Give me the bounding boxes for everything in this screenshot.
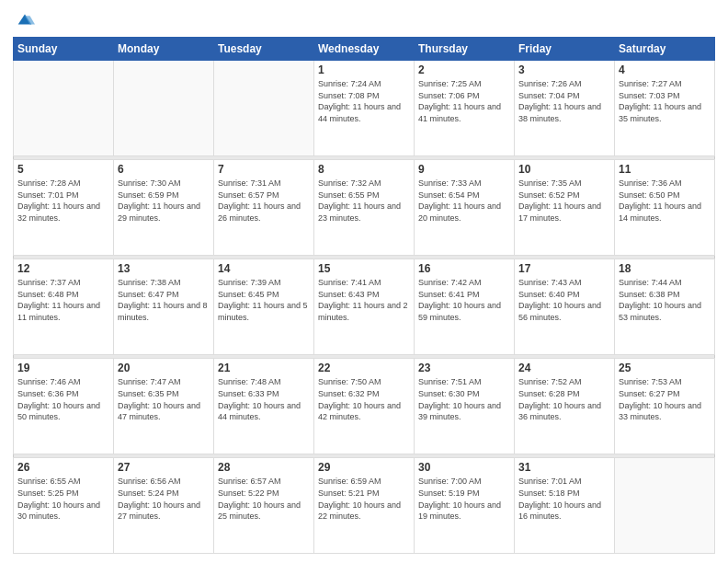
- week-row-3: 12Sunrise: 7:37 AM Sunset: 6:48 PM Dayli…: [14, 259, 715, 355]
- week-row-4: 19Sunrise: 7:46 AM Sunset: 6:36 PM Dayli…: [14, 359, 715, 454]
- day-number: 15: [318, 262, 410, 275]
- day-info: Sunrise: 7:53 AM Sunset: 6:27 PM Dayligh…: [619, 376, 711, 422]
- day-number: 22: [318, 362, 410, 374]
- day-cell: 2Sunrise: 7:25 AM Sunset: 7:06 PM Daylig…: [415, 61, 515, 156]
- day-number: 27: [118, 461, 210, 474]
- day-number: 25: [619, 362, 711, 374]
- week-row-2: 5Sunrise: 7:28 AM Sunset: 7:01 PM Daylig…: [14, 160, 715, 256]
- day-number: 31: [518, 461, 610, 474]
- day-number: 4: [619, 63, 711, 76]
- day-number: 9: [418, 163, 510, 176]
- day-number: 3: [518, 63, 610, 76]
- day-info: Sunrise: 7:36 AM Sunset: 6:50 PM Dayligh…: [619, 178, 711, 224]
- day-cell: 21Sunrise: 7:48 AM Sunset: 6:33 PM Dayli…: [214, 359, 314, 454]
- day-info: Sunrise: 7:00 AM Sunset: 5:19 PM Dayligh…: [418, 476, 510, 522]
- day-info: Sunrise: 7:43 AM Sunset: 6:40 PM Dayligh…: [518, 277, 610, 323]
- day-info: Sunrise: 7:24 AM Sunset: 7:08 PM Dayligh…: [318, 78, 410, 124]
- day-info: Sunrise: 7:32 AM Sunset: 6:55 PM Dayligh…: [318, 178, 410, 224]
- day-number: 30: [418, 461, 510, 474]
- day-cell: [214, 61, 314, 156]
- day-cell: 11Sunrise: 7:36 AM Sunset: 6:50 PM Dayli…: [615, 160, 715, 256]
- day-cell: 4Sunrise: 7:27 AM Sunset: 7:03 PM Daylig…: [615, 61, 715, 156]
- day-header-monday: Monday: [114, 38, 214, 61]
- day-number: 24: [518, 362, 610, 374]
- day-number: 28: [218, 461, 310, 474]
- day-cell: 5Sunrise: 7:28 AM Sunset: 7:01 PM Daylig…: [14, 160, 114, 256]
- day-cell: 14Sunrise: 7:39 AM Sunset: 6:45 PM Dayli…: [214, 259, 314, 355]
- logo: [13, 9, 35, 29]
- day-cell: 27Sunrise: 6:56 AM Sunset: 5:24 PM Dayli…: [114, 458, 214, 554]
- day-cell: 23Sunrise: 7:51 AM Sunset: 6:30 PM Dayli…: [415, 359, 515, 454]
- day-header-sunday: Sunday: [14, 38, 114, 61]
- day-info: Sunrise: 7:52 AM Sunset: 6:28 PM Dayligh…: [518, 376, 610, 422]
- day-info: Sunrise: 7:51 AM Sunset: 6:30 PM Dayligh…: [418, 376, 510, 422]
- logo-icon: [15, 9, 35, 29]
- day-header-friday: Friday: [515, 38, 615, 61]
- day-cell: 24Sunrise: 7:52 AM Sunset: 6:28 PM Dayli…: [515, 359, 615, 454]
- day-info: Sunrise: 7:01 AM Sunset: 5:18 PM Dayligh…: [518, 476, 610, 522]
- day-number: 6: [118, 163, 210, 176]
- day-cell: 30Sunrise: 7:00 AM Sunset: 5:19 PM Dayli…: [415, 458, 515, 554]
- day-info: Sunrise: 7:35 AM Sunset: 6:52 PM Dayligh…: [518, 178, 610, 224]
- day-info: Sunrise: 7:42 AM Sunset: 6:41 PM Dayligh…: [418, 277, 510, 323]
- day-cell: 28Sunrise: 6:57 AM Sunset: 5:22 PM Dayli…: [214, 458, 314, 554]
- day-info: Sunrise: 7:25 AM Sunset: 7:06 PM Dayligh…: [418, 78, 510, 124]
- day-info: Sunrise: 6:57 AM Sunset: 5:22 PM Dayligh…: [218, 476, 310, 522]
- day-cell: 1Sunrise: 7:24 AM Sunset: 7:08 PM Daylig…: [314, 61, 415, 156]
- day-cell: 6Sunrise: 7:30 AM Sunset: 6:59 PM Daylig…: [114, 160, 214, 256]
- day-header-wednesday: Wednesday: [314, 38, 415, 61]
- day-cell: 8Sunrise: 7:32 AM Sunset: 6:55 PM Daylig…: [314, 160, 415, 256]
- day-number: 13: [118, 262, 210, 275]
- day-number: 23: [418, 362, 510, 374]
- day-header-thursday: Thursday: [415, 38, 515, 61]
- day-header-saturday: Saturday: [615, 38, 715, 61]
- days-header-row: SundayMondayTuesdayWednesdayThursdayFrid…: [14, 38, 715, 61]
- day-cell: [14, 61, 114, 156]
- page: SundayMondayTuesdayWednesdayThursdayFrid…: [0, 0, 728, 563]
- day-cell: 29Sunrise: 6:59 AM Sunset: 5:21 PM Dayli…: [314, 458, 415, 554]
- day-cell: 31Sunrise: 7:01 AM Sunset: 5:18 PM Dayli…: [515, 458, 615, 554]
- day-info: Sunrise: 6:59 AM Sunset: 5:21 PM Dayligh…: [318, 476, 410, 522]
- day-info: Sunrise: 7:38 AM Sunset: 6:47 PM Dayligh…: [118, 277, 210, 323]
- day-info: Sunrise: 7:33 AM Sunset: 6:54 PM Dayligh…: [418, 178, 510, 224]
- day-info: Sunrise: 7:37 AM Sunset: 6:48 PM Dayligh…: [17, 277, 109, 323]
- day-cell: 12Sunrise: 7:37 AM Sunset: 6:48 PM Dayli…: [14, 259, 114, 355]
- day-number: 11: [619, 163, 711, 176]
- day-number: 16: [418, 262, 510, 275]
- day-number: 17: [518, 262, 610, 275]
- day-number: 29: [318, 461, 410, 474]
- day-info: Sunrise: 7:41 AM Sunset: 6:43 PM Dayligh…: [318, 277, 410, 323]
- day-header-tuesday: Tuesday: [214, 38, 314, 61]
- day-number: 18: [619, 262, 711, 275]
- day-number: 20: [118, 362, 210, 374]
- week-row-1: 1Sunrise: 7:24 AM Sunset: 7:08 PM Daylig…: [14, 61, 715, 156]
- day-info: Sunrise: 7:47 AM Sunset: 6:35 PM Dayligh…: [118, 376, 210, 422]
- day-cell: 20Sunrise: 7:47 AM Sunset: 6:35 PM Dayli…: [114, 359, 214, 454]
- day-info: Sunrise: 7:48 AM Sunset: 6:33 PM Dayligh…: [218, 376, 310, 422]
- day-number: 12: [17, 262, 109, 275]
- day-cell: 22Sunrise: 7:50 AM Sunset: 6:32 PM Dayli…: [314, 359, 415, 454]
- day-info: Sunrise: 6:55 AM Sunset: 5:25 PM Dayligh…: [17, 476, 109, 522]
- week-row-5: 26Sunrise: 6:55 AM Sunset: 5:25 PM Dayli…: [14, 458, 715, 554]
- day-cell: 17Sunrise: 7:43 AM Sunset: 6:40 PM Dayli…: [515, 259, 615, 355]
- day-cell: 25Sunrise: 7:53 AM Sunset: 6:27 PM Dayli…: [615, 359, 715, 454]
- day-info: Sunrise: 7:28 AM Sunset: 7:01 PM Dayligh…: [17, 178, 109, 224]
- day-info: Sunrise: 7:44 AM Sunset: 6:38 PM Dayligh…: [619, 277, 711, 323]
- day-cell: 9Sunrise: 7:33 AM Sunset: 6:54 PM Daylig…: [415, 160, 515, 256]
- day-cell: 19Sunrise: 7:46 AM Sunset: 6:36 PM Dayli…: [14, 359, 114, 454]
- day-info: Sunrise: 7:26 AM Sunset: 7:04 PM Dayligh…: [518, 78, 610, 124]
- day-info: Sunrise: 7:50 AM Sunset: 6:32 PM Dayligh…: [318, 376, 410, 422]
- day-cell: 7Sunrise: 7:31 AM Sunset: 6:57 PM Daylig…: [214, 160, 314, 256]
- day-number: 19: [17, 362, 109, 374]
- day-number: 1: [318, 63, 410, 76]
- day-cell: 15Sunrise: 7:41 AM Sunset: 6:43 PM Dayli…: [314, 259, 415, 355]
- day-cell: 26Sunrise: 6:55 AM Sunset: 5:25 PM Dayli…: [14, 458, 114, 554]
- day-cell: [615, 458, 715, 554]
- day-info: Sunrise: 7:31 AM Sunset: 6:57 PM Dayligh…: [218, 178, 310, 224]
- day-cell: 10Sunrise: 7:35 AM Sunset: 6:52 PM Dayli…: [515, 160, 615, 256]
- day-info: Sunrise: 7:46 AM Sunset: 6:36 PM Dayligh…: [17, 376, 109, 422]
- header: [13, 9, 715, 29]
- day-cell: [114, 61, 214, 156]
- day-number: 26: [17, 461, 109, 474]
- day-cell: 3Sunrise: 7:26 AM Sunset: 7:04 PM Daylig…: [515, 61, 615, 156]
